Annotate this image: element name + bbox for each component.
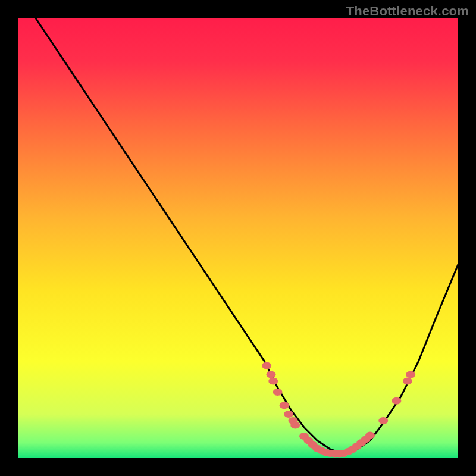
bottleneck-curve (18, 18, 458, 458)
data-marker (406, 371, 415, 378)
plot-area (18, 18, 458, 458)
data-marker (284, 411, 293, 418)
data-marker (280, 402, 289, 409)
data-marker (273, 389, 283, 396)
chart-frame: TheBottleneck.com (0, 0, 476, 476)
data-marker (378, 417, 388, 424)
watermark-text: TheBottleneck.com (346, 4, 469, 19)
data-marker (262, 362, 271, 369)
data-marker (268, 378, 278, 385)
data-marker (290, 422, 300, 429)
data-marker (365, 432, 375, 439)
data-marker (403, 378, 412, 385)
data-marker (267, 371, 276, 378)
data-marker (392, 397, 401, 405)
